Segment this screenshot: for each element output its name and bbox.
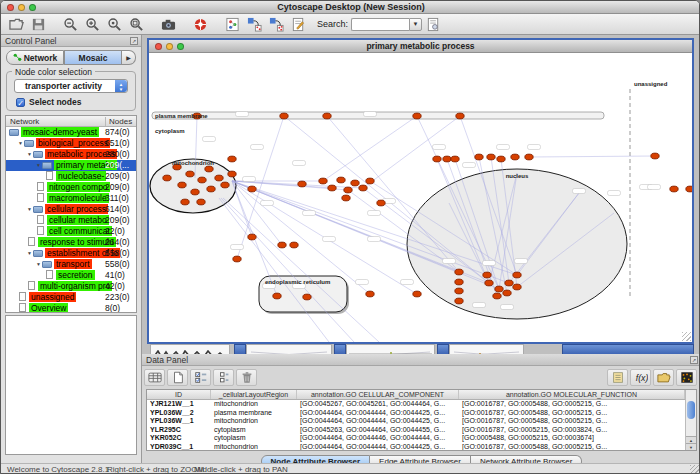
network-edge[interactable] bbox=[363, 116, 460, 188]
network-node[interactable] bbox=[337, 177, 345, 183]
network-node[interactable] bbox=[377, 200, 385, 206]
network-node[interactable] bbox=[513, 284, 521, 290]
network-node[interactable] bbox=[359, 185, 367, 191]
save-session-button[interactable] bbox=[28, 15, 48, 33]
tab-network[interactable]: Network bbox=[6, 50, 64, 65]
tree-item-nitrogen-compo[interactable]: nitrogen compo209(0) bbox=[6, 182, 136, 193]
tree-item-establishment-of-lo[interactable]: ▼establishment of lo558(0) bbox=[6, 248, 136, 259]
tree-item-cellular-process[interactable]: ▼cellular process614(0) bbox=[6, 204, 136, 215]
tree-item-multi-organism-pro[interactable]: multi-organism pro42(0) bbox=[6, 281, 136, 292]
network-edge[interactable] bbox=[219, 198, 329, 342]
tree-item-overview[interactable]: Overview8(0) bbox=[6, 303, 136, 313]
resize-grip-icon[interactable] bbox=[690, 465, 700, 474]
tree-item-cell-communicat[interactable]: cell communicat22(0) bbox=[6, 226, 136, 237]
network-node[interactable] bbox=[298, 181, 306, 187]
table-cell[interactable]: [GO:0016787, GO:0005488, GO:0005215, G..… bbox=[459, 443, 685, 451]
table-cell[interactable]: [GO:0016787, GO:0005488, GO:0005215, G..… bbox=[459, 400, 685, 409]
background-window[interactable] bbox=[562, 344, 694, 354]
tree-item-macromolecule[interactable]: macromolecule311(0) bbox=[6, 193, 136, 204]
float-panel-icon[interactable]: ↗ bbox=[690, 356, 698, 364]
table-cell[interactable]: YJR121W__1 bbox=[147, 400, 211, 409]
network-node[interactable] bbox=[342, 195, 350, 201]
table-cell[interactable]: YKR052C bbox=[147, 434, 211, 443]
tab-mosaic[interactable]: Mosaic bbox=[64, 50, 122, 65]
network-edge[interactable] bbox=[223, 198, 379, 342]
node-color-dropdown[interactable]: transporter activity bbox=[14, 79, 128, 93]
tree-item-mosaic-demo-yeast[interactable]: mosaic-demo-yeast874(0) bbox=[6, 127, 136, 138]
column-header[interactable]: _cellularLayoutRegion bbox=[211, 390, 297, 399]
network-node[interactable] bbox=[455, 288, 463, 294]
network-node[interactable] bbox=[197, 199, 205, 205]
tree-item-secretion[interactable]: secretion41(0) bbox=[6, 270, 136, 281]
network-node[interactable] bbox=[511, 154, 519, 160]
table-row[interactable]: YKR052Ccytoplasm[GO:0044464, GO:0044446,… bbox=[147, 434, 685, 443]
network-view-titlebar[interactable]: primary metabolic process bbox=[149, 40, 692, 53]
network-node[interactable] bbox=[503, 290, 511, 296]
network-node[interactable] bbox=[186, 171, 194, 177]
background-window[interactable] bbox=[334, 344, 346, 354]
network-node[interactable] bbox=[319, 178, 327, 184]
column-header[interactable]: annotation.GO MOLECULAR_FUNCTION bbox=[459, 390, 685, 399]
annotation-button[interactable] bbox=[288, 15, 308, 33]
network-node[interactable] bbox=[413, 291, 421, 297]
search-dropdown-button[interactable]: ▼ bbox=[409, 18, 422, 31]
attribute-select-button[interactable] bbox=[144, 369, 165, 386]
select-attributes-button[interactable] bbox=[190, 369, 211, 386]
table-cell[interactable]: YPL036W__1 bbox=[147, 417, 211, 426]
expand-arrow-icon[interactable]: ▼ bbox=[36, 259, 41, 270]
expand-arrow-icon[interactable]: ▼ bbox=[36, 160, 41, 171]
table-cell[interactable]: plasma membrane bbox=[211, 409, 297, 418]
help-button[interactable] bbox=[190, 15, 210, 33]
network-node[interactable] bbox=[181, 199, 189, 205]
table-row[interactable]: YLR295Ccytoplasm[GO:0045263, GO:0044464,… bbox=[147, 426, 685, 435]
network-node[interactable] bbox=[233, 256, 241, 262]
network-node[interactable] bbox=[495, 286, 503, 292]
network-node[interactable] bbox=[344, 187, 352, 193]
background-window[interactable] bbox=[437, 344, 449, 354]
network-node[interactable] bbox=[366, 178, 374, 184]
expand-arrow-icon[interactable]: ▼ bbox=[27, 248, 32, 259]
table-cell[interactable]: cytoplasm bbox=[211, 434, 297, 443]
network-node[interactable] bbox=[497, 156, 505, 162]
network-node[interactable] bbox=[280, 113, 288, 119]
tree-item-unassigned[interactable]: unassigned223(0) bbox=[6, 292, 136, 303]
tree-item-nucleobase-[interactable]: nucleobase-209(0) bbox=[6, 171, 136, 182]
network-node[interactable] bbox=[351, 180, 359, 186]
network-node[interactable] bbox=[475, 154, 483, 160]
table-row[interactable]: YDR039C__1mitochondrion[GO:0044464, GO:0… bbox=[147, 443, 685, 451]
expand-arrow-icon[interactable]: ▼ bbox=[27, 204, 32, 215]
network-edge[interactable] bbox=[323, 116, 417, 181]
network-node[interactable] bbox=[413, 113, 421, 119]
table-scrollbar[interactable]: ▲ ▼ bbox=[685, 390, 696, 450]
background-window[interactable] bbox=[150, 344, 230, 354]
network-node[interactable] bbox=[273, 293, 281, 299]
expand-arrow-icon[interactable]: ▼ bbox=[18, 138, 23, 149]
network-node[interactable] bbox=[483, 272, 491, 278]
open-session-button[interactable] bbox=[6, 15, 26, 33]
import-attributes-button[interactable] bbox=[653, 369, 674, 386]
edit-attribute-button[interactable] bbox=[607, 369, 628, 386]
network-node[interactable] bbox=[670, 186, 678, 192]
table-row[interactable]: YPL036W__2plasma membrane[GO:0044464, GO… bbox=[147, 409, 685, 418]
table-cell[interactable]: [GO:0044464, GO:0044444, GO:0044425, G..… bbox=[297, 417, 459, 426]
table-row[interactable]: YPL036W__1mitochondrion[GO:0044464, GO:0… bbox=[147, 417, 685, 426]
network-node[interactable] bbox=[651, 153, 659, 159]
tree-item-metabolic-process[interactable]: ▼metabolic process280(0) bbox=[6, 149, 136, 160]
vizmapper-button[interactable] bbox=[222, 15, 242, 33]
network-node[interactable] bbox=[323, 113, 331, 119]
network-node[interactable] bbox=[455, 298, 463, 304]
network-node[interactable] bbox=[228, 156, 236, 162]
network-node[interactable] bbox=[198, 177, 206, 183]
network-node[interactable] bbox=[455, 279, 463, 285]
network-node[interactable] bbox=[163, 175, 171, 181]
new-attribute-button[interactable] bbox=[167, 369, 188, 386]
network-node[interactable] bbox=[248, 186, 256, 192]
table-cell[interactable]: mitochondrion bbox=[211, 400, 297, 409]
tree-item-transport[interactable]: ▼transport558(0) bbox=[6, 259, 136, 270]
layout-button-1[interactable] bbox=[244, 15, 264, 33]
network-node[interactable] bbox=[686, 186, 692, 192]
table-cell[interactable]: [GO:0044464, GO:0044444, GO:0044425, G..… bbox=[297, 409, 459, 418]
network-node[interactable] bbox=[525, 154, 533, 160]
scroll-up-icon[interactable]: ▲ bbox=[686, 436, 696, 443]
zoom-selected-button[interactable] bbox=[104, 15, 124, 33]
